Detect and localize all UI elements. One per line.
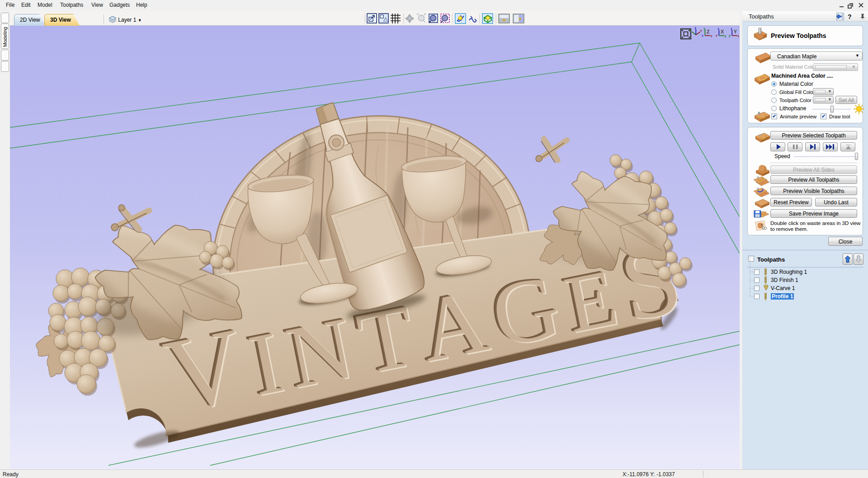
svg-text:Z: Z [707,29,710,34]
svg-text:z: z [718,27,719,30]
svg-text:y: y [704,27,706,31]
svg-text:y: y [729,34,731,37]
svg-text:?: ? [848,13,852,20]
svg-text:z: z [731,27,732,30]
svg-text:y: y [725,34,726,38]
svg-text:y: y [690,28,692,32]
svg-text:Y: Y [734,29,737,34]
svg-text:X: X [721,29,724,34]
svg-text:z: z [694,26,696,29]
svg-text:x: x [711,34,712,37]
svg-text:x: x [700,29,702,32]
svg-text:x: x [716,34,717,37]
svg-text:z: z [702,34,703,37]
svg-text:x: x [737,34,739,37]
